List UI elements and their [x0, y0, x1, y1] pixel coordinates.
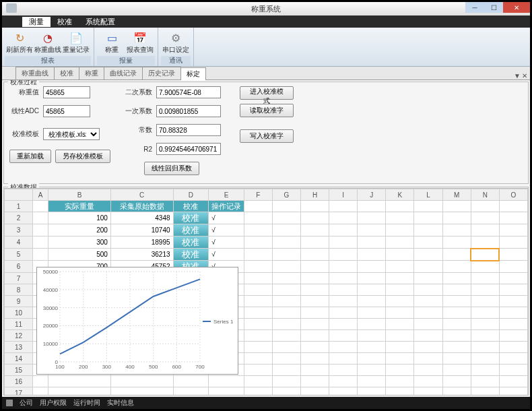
empty-cell[interactable]	[301, 236, 329, 249]
status-runtime[interactable]: 运行时间	[73, 398, 100, 408]
col-header[interactable]: K	[386, 189, 414, 201]
empty-cell[interactable]	[329, 307, 358, 319]
row-header[interactable]: 4	[5, 236, 33, 249]
calib-cell-button[interactable]: 校准	[174, 212, 209, 224]
weight-input[interactable]	[43, 86, 90, 98]
empty-cell[interactable]	[414, 212, 442, 224]
empty-cell[interactable]	[414, 273, 442, 284]
empty-cell[interactable]	[33, 224, 48, 236]
row-header[interactable]: 1	[5, 201, 33, 212]
data-cell[interactable]: √	[209, 224, 244, 236]
empty-cell[interactable]	[499, 273, 527, 284]
empty-cell[interactable]	[499, 330, 527, 342]
empty-cell[interactable]	[471, 319, 499, 330]
empty-cell[interactable]	[272, 387, 300, 396]
empty-cell[interactable]	[272, 249, 300, 261]
empty-cell[interactable]	[499, 261, 527, 273]
empty-cell[interactable]	[301, 201, 329, 212]
empty-cell[interactable]	[386, 319, 414, 330]
empty-cell[interactable]	[329, 273, 358, 284]
empty-cell[interactable]	[358, 249, 386, 261]
empty-cell[interactable]	[272, 201, 300, 212]
empty-cell[interactable]	[499, 249, 527, 261]
empty-cell[interactable]	[272, 261, 300, 273]
empty-cell[interactable]	[209, 387, 244, 396]
empty-cell[interactable]	[442, 353, 471, 365]
empty-cell[interactable]	[272, 353, 300, 365]
ribbon-称重[interactable]: ▭称重	[100, 30, 124, 55]
empty-cell[interactable]	[33, 387, 48, 396]
data-cell[interactable]: 校准	[173, 224, 209, 236]
data-cell[interactable]: √	[209, 236, 244, 249]
empty-cell[interactable]	[329, 236, 358, 249]
empty-cell[interactable]	[329, 330, 358, 342]
empty-cell[interactable]	[244, 387, 272, 396]
col-header[interactable]: J	[358, 189, 386, 201]
empty-cell[interactable]	[442, 273, 471, 284]
empty-cell[interactable]	[386, 387, 414, 396]
empty-cell[interactable]	[386, 236, 414, 249]
empty-cell[interactable]	[329, 376, 358, 387]
saveas-template-button[interactable]: 另存校准模板	[55, 150, 110, 163]
empty-cell[interactable]	[386, 201, 414, 212]
row-header[interactable]: 13	[5, 342, 33, 353]
empty-cell[interactable]	[386, 224, 414, 236]
empty-cell[interactable]	[209, 376, 244, 387]
empty-cell[interactable]	[272, 319, 300, 330]
empty-cell[interactable]	[244, 307, 272, 319]
empty-cell[interactable]	[471, 296, 499, 307]
empty-cell[interactable]	[329, 261, 358, 273]
data-cell[interactable]: 200	[48, 224, 111, 236]
empty-cell[interactable]	[33, 212, 48, 224]
col-header[interactable]: A	[33, 189, 48, 201]
empty-cell[interactable]	[33, 236, 48, 249]
empty-cell[interactable]	[272, 236, 300, 249]
empty-cell[interactable]	[272, 365, 300, 376]
empty-cell[interactable]	[442, 342, 471, 353]
empty-cell[interactable]	[442, 284, 471, 296]
empty-cell[interactable]	[329, 224, 358, 236]
empty-cell[interactable]	[386, 296, 414, 307]
empty-cell[interactable]	[386, 330, 414, 342]
row-header[interactable]: 11	[5, 319, 33, 330]
empty-cell[interactable]	[329, 201, 358, 212]
col-header[interactable]: F	[244, 189, 272, 201]
empty-cell[interactable]	[471, 365, 499, 376]
menu-measure[interactable]: 测量	[22, 17, 51, 27]
empty-cell[interactable]	[499, 365, 527, 376]
empty-cell[interactable]	[33, 249, 48, 261]
row-header[interactable]: 17	[5, 387, 33, 396]
calib-cell-button[interactable]: 校准	[174, 224, 209, 236]
reload-button[interactable]: 重新加载	[9, 150, 51, 163]
row-header[interactable]: 6	[5, 261, 33, 273]
empty-cell[interactable]	[499, 201, 527, 212]
empty-cell[interactable]	[110, 376, 173, 387]
empty-cell[interactable]	[272, 284, 300, 296]
status-realtime[interactable]: 实时信息	[107, 398, 134, 408]
empty-cell[interactable]	[442, 296, 471, 307]
empty-cell[interactable]	[244, 201, 272, 212]
calib-cell-button[interactable]: 校准	[174, 236, 209, 248]
empty-cell[interactable]	[358, 212, 386, 224]
col-header[interactable]: M	[442, 189, 471, 201]
col-header[interactable]: N	[471, 189, 499, 201]
empty-cell[interactable]	[272, 296, 300, 307]
empty-cell[interactable]	[499, 342, 527, 353]
empty-cell[interactable]	[329, 212, 358, 224]
enter-calib-button[interactable]: 进入校准模式	[240, 86, 294, 100]
empty-cell[interactable]	[358, 273, 386, 284]
empty-cell[interactable]	[358, 236, 386, 249]
empty-cell[interactable]	[301, 307, 329, 319]
tab-称重[interactable]: 称重	[79, 67, 104, 80]
row-header[interactable]: 15	[5, 365, 33, 376]
empty-cell[interactable]	[499, 319, 527, 330]
row-header[interactable]: 8	[5, 284, 33, 296]
empty-cell[interactable]	[301, 212, 329, 224]
tab-称重曲线[interactable]: 称重曲线	[15, 67, 55, 80]
empty-cell[interactable]	[386, 273, 414, 284]
empty-cell[interactable]	[414, 201, 442, 212]
read-calib-button[interactable]: 读取校准字	[240, 104, 294, 117]
close-button[interactable]: ✕	[503, 2, 530, 13]
col-header[interactable]: O	[499, 189, 527, 201]
empty-cell[interactable]	[471, 376, 499, 387]
